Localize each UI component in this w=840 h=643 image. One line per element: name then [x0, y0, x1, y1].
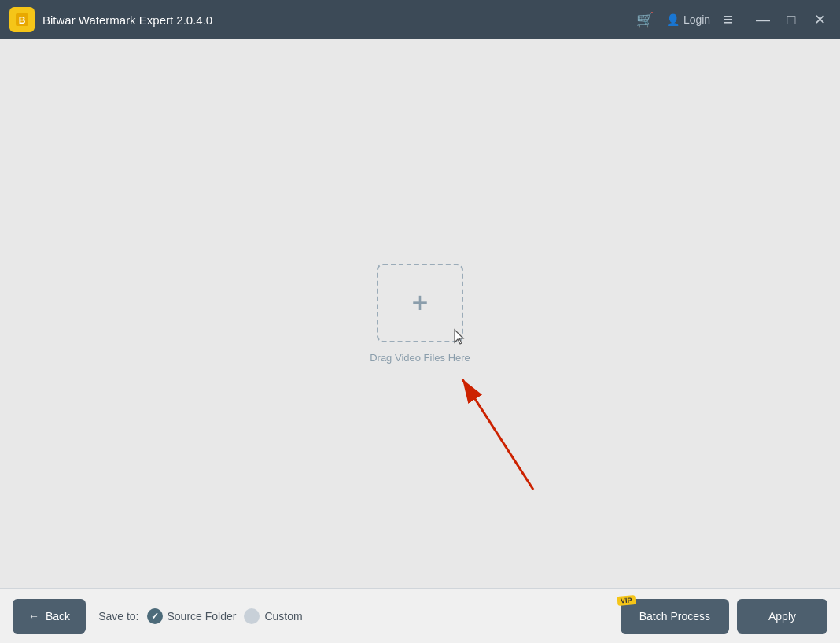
bottom-bar: ← Back Save to: Source Folder Custom VIP…: [0, 588, 840, 643]
save-to-label: Save to:: [98, 610, 138, 623]
menu-icon[interactable]: ≡: [723, 9, 733, 30]
close-button[interactable]: ✕: [809, 9, 831, 31]
title-bar: B Bitwar Watermark Expert 2.0.4.0 🛒 👤 Lo…: [0, 0, 840, 39]
vip-badge: VIP: [617, 595, 635, 606]
source-folder-label: Source Folder: [168, 610, 237, 623]
drop-label: Drag Video Files Here: [370, 352, 470, 364]
title-bar-actions: 🛒 👤 Login ≡ — □ ✕: [636, 9, 831, 31]
plus-icon: +: [411, 289, 428, 317]
save-to-section: Save to: Source Folder Custom: [98, 608, 608, 624]
window-controls: — □ ✕: [752, 9, 831, 31]
svg-line-3: [462, 379, 533, 490]
custom-label: Custom: [264, 610, 302, 623]
right-buttons: VIP Batch Process Apply: [621, 599, 827, 634]
drop-area-container: + Drag Video Files Here: [370, 264, 470, 364]
back-arrow-icon: ←: [28, 610, 39, 623]
batch-process-label: Batch Process: [639, 610, 710, 623]
app-title: Bitwar Watermark Expert 2.0.4.0: [42, 13, 636, 27]
custom-option[interactable]: Custom: [244, 608, 302, 624]
user-icon: 👤: [666, 13, 680, 26]
back-button[interactable]: ← Back: [13, 599, 86, 634]
batch-process-button[interactable]: VIP Batch Process: [621, 599, 729, 634]
maximize-button[interactable]: □: [780, 9, 802, 31]
cart-icon[interactable]: 🛒: [636, 11, 654, 28]
login-label: Login: [683, 13, 710, 26]
minimize-button[interactable]: —: [752, 9, 774, 31]
back-label: Back: [46, 610, 70, 623]
source-folder-option[interactable]: Source Folder: [147, 608, 237, 624]
drop-area[interactable]: +: [377, 264, 463, 342]
apply-label: Apply: [768, 610, 796, 623]
source-folder-radio[interactable]: [147, 608, 163, 624]
app-logo: B: [9, 7, 35, 32]
cursor-icon: [452, 328, 468, 347]
red-arrow-icon: [439, 356, 565, 497]
login-button[interactable]: 👤 Login: [666, 13, 710, 26]
main-content: + Drag Video Files Here: [0, 39, 840, 588]
svg-text:B: B: [19, 15, 26, 26]
custom-radio[interactable]: [244, 608, 260, 624]
apply-button[interactable]: Apply: [737, 599, 827, 634]
